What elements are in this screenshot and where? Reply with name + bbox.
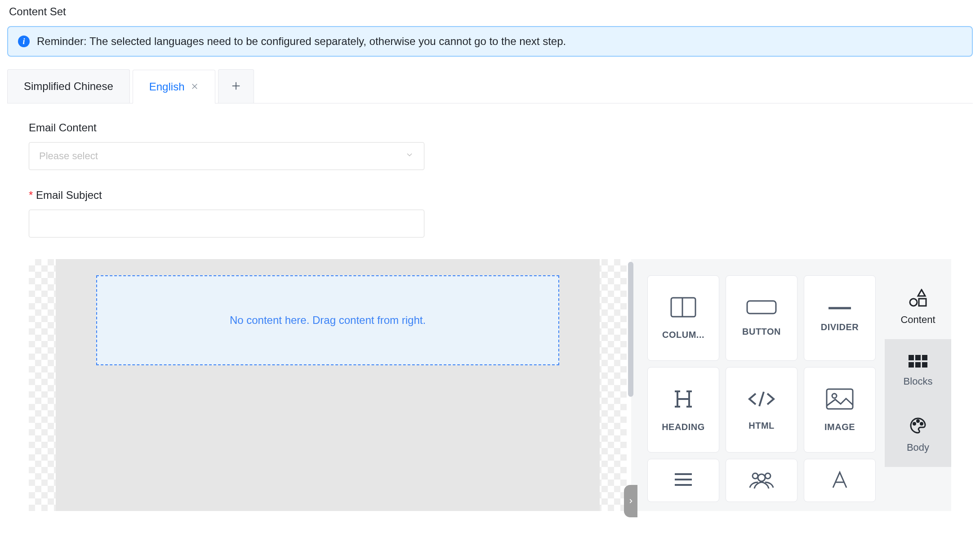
side-tab-label: Body (907, 442, 929, 453)
svg-rect-16 (827, 389, 853, 409)
svg-rect-4 (671, 298, 695, 317)
editor-canvas[interactable]: No content here. Drag content from right… (29, 259, 627, 511)
panel-collapse-handle[interactable] (624, 485, 637, 517)
tab-label: Simplified Chinese (24, 80, 113, 93)
side-tab-body[interactable]: Body (885, 403, 951, 467)
svg-rect-31 (909, 362, 914, 368)
svg-point-22 (765, 473, 771, 479)
side-tab-blocks[interactable]: Blocks (885, 339, 951, 403)
svg-point-26 (910, 299, 917, 306)
email-content-label: Email Content (29, 121, 951, 134)
tab-label: English (149, 81, 185, 93)
palette-icon (909, 417, 927, 437)
svg-point-17 (832, 394, 837, 398)
svg-point-23 (758, 474, 765, 481)
image-icon (825, 388, 854, 412)
svg-marker-25 (918, 290, 925, 296)
side-tab-content[interactable]: Content (885, 275, 951, 339)
people-icon (747, 471, 776, 490)
tool-label: HTML (748, 421, 775, 431)
tool-social[interactable] (726, 459, 797, 502)
svg-rect-32 (915, 362, 921, 368)
canvas-scrollbar[interactable] (627, 259, 631, 511)
tool-heading[interactable]: HEADING (647, 367, 719, 453)
tools-grid: COLUM... BUTTON (647, 275, 876, 511)
side-tab-label: Blocks (904, 376, 933, 387)
tool-label: BUTTON (742, 327, 781, 337)
scroll-thumb[interactable] (628, 262, 633, 397)
tool-label: DIVIDER (821, 322, 859, 332)
html-icon (747, 389, 776, 411)
tool-divider[interactable]: DIVIDER (804, 275, 876, 361)
menu-icon (672, 471, 695, 490)
tool-text[interactable] (804, 459, 876, 502)
email-content-select[interactable]: Please select (29, 142, 424, 170)
tool-columns[interactable]: COLUM... (647, 275, 719, 361)
tool-button[interactable]: BUTTON (726, 275, 797, 361)
tool-html[interactable]: HTML (726, 367, 797, 453)
svg-rect-33 (922, 362, 927, 368)
svg-point-34 (913, 423, 916, 425)
tool-label: COLUM... (662, 330, 704, 340)
close-icon[interactable] (191, 82, 199, 92)
chevron-right-icon (628, 497, 634, 506)
tool-menu[interactable] (647, 459, 719, 502)
svg-rect-27 (919, 299, 926, 306)
svg-rect-6 (747, 301, 776, 314)
tool-image[interactable]: IMAGE (804, 367, 876, 453)
text-icon (829, 470, 851, 491)
email-subject-label: Email Subject (29, 189, 951, 202)
grid-icon (909, 355, 927, 371)
canvas-inner: No content here. Drag content from right… (56, 259, 600, 511)
reminder-text: Reminder: The selected languages need to… (37, 35, 566, 48)
svg-rect-28 (909, 355, 914, 360)
content-dropzone[interactable]: No content here. Drag content from right… (96, 275, 559, 365)
side-tabs: Content (885, 275, 951, 511)
svg-line-15 (759, 392, 764, 406)
page-title: Content Set (9, 5, 973, 18)
reminder-alert: i Reminder: The selected languages need … (7, 26, 973, 57)
plus-icon (231, 79, 241, 94)
heading-icon (672, 388, 695, 412)
tab-english[interactable]: English (133, 70, 216, 103)
tool-label: IMAGE (824, 422, 855, 432)
chevron-down-icon (405, 150, 414, 162)
tool-label: HEADING (662, 422, 705, 432)
email-editor: No content here. Drag content from right… (29, 259, 951, 511)
svg-point-35 (917, 420, 919, 422)
shapes-icon (908, 289, 928, 309)
language-tabs: Simplified Chinese English (7, 69, 973, 103)
side-tab-label: Content (900, 314, 935, 326)
button-icon (746, 300, 777, 317)
columns-icon (670, 296, 697, 320)
svg-point-21 (753, 473, 758, 479)
email-subject-input[interactable] (29, 210, 424, 238)
select-placeholder: Please select (39, 150, 98, 162)
add-language-button[interactable] (218, 69, 254, 103)
svg-rect-30 (922, 355, 927, 360)
dropzone-text: No content here. Drag content from right… (230, 314, 426, 327)
tab-simplified-chinese[interactable]: Simplified Chinese (7, 69, 130, 103)
tools-panel: COLUM... BUTTON (631, 259, 951, 511)
info-icon: i (18, 36, 30, 47)
divider-icon (827, 304, 852, 312)
svg-point-36 (921, 423, 923, 425)
svg-rect-29 (915, 355, 921, 360)
